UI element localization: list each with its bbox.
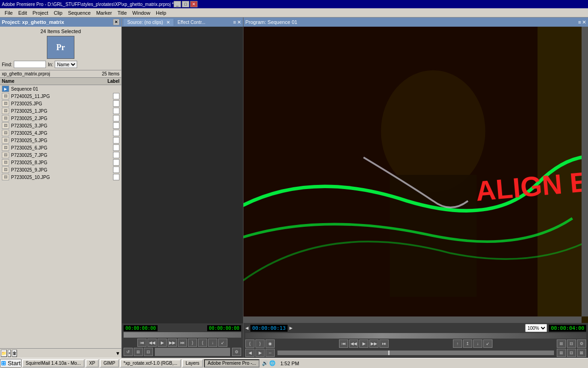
- source-step-back-button[interactable]: ⏮: [137, 339, 147, 347]
- program-scroll-left-icon[interactable]: ◀: [245, 326, 249, 330]
- program-audio-btn3[interactable]: ↔: [266, 349, 275, 357]
- checkbox[interactable]: [113, 137, 119, 144]
- source-volume-slider[interactable]: [155, 348, 230, 356]
- source-panel-close[interactable]: ✕: [237, 19, 241, 25]
- in-select[interactable]: Name: [55, 61, 77, 68]
- start-button[interactable]: ⊞ Start: [0, 359, 22, 368]
- source-output-button[interactable]: ⊟: [144, 348, 153, 356]
- source-step-forward-button[interactable]: ⏭: [178, 339, 187, 347]
- program-settings2-button[interactable]: ⚙: [577, 339, 586, 348]
- maximize-button[interactable]: □: [182, 1, 189, 7]
- source-insert-button[interactable]: ↓: [208, 339, 217, 347]
- program-panel-close[interactable]: ✕: [582, 19, 586, 25]
- source-mark-out-button[interactable]: {: [198, 339, 207, 347]
- program-zoom-select[interactable]: 100%: [525, 324, 547, 332]
- source-scrub-bar[interactable]: [124, 332, 241, 338]
- checkbox[interactable]: [113, 115, 119, 121]
- program-play-button[interactable]: ▶: [359, 339, 368, 348]
- source-timeline-bar[interactable]: [124, 332, 241, 338]
- list-item[interactable]: 🖼 P7230025_4.JPG: [0, 129, 121, 137]
- program-lift-button[interactable]: ↑: [453, 339, 462, 348]
- program-step-back-button[interactable]: ⏮: [339, 339, 348, 348]
- checkbox[interactable]: [113, 159, 119, 166]
- program-mark-clip-button[interactable]: ◉: [266, 339, 275, 348]
- taskbar-xcf[interactable]: *xp_rotate.xcf-1.0 (RGB,...: [120, 359, 181, 368]
- list-item[interactable]: 🖼 P7230025_7.JPG: [0, 151, 121, 159]
- new-bin-button[interactable]: 📁: [1, 350, 7, 357]
- taskbar-xp[interactable]: XP: [85, 359, 99, 368]
- new-item-button[interactable]: +: [8, 350, 11, 357]
- list-item[interactable]: 🖼 P7230025_2.JPG: [0, 115, 121, 122]
- list-item[interactable]: 🖼 P7230025_9.JPG: [0, 166, 121, 173]
- source-tab[interactable]: Source: (no clips) ✕: [124, 19, 174, 26]
- program-scroll-v[interactable]: [582, 27, 588, 316]
- program-btn-extra1[interactable]: ⊞: [557, 349, 566, 357]
- source-tab-close[interactable]: ✕: [166, 20, 170, 25]
- effect-controls-tab[interactable]: Effect Contr...: [174, 19, 209, 26]
- program-mark-in-button[interactable]: {: [245, 339, 254, 348]
- menu-project[interactable]: Project: [30, 9, 51, 17]
- checkbox[interactable]: [113, 100, 119, 107]
- program-output-button[interactable]: ⊞: [557, 339, 566, 348]
- program-extract-button[interactable]: ↥: [463, 339, 472, 348]
- program-btn-extra3[interactable]: ⊠: [577, 349, 586, 357]
- program-rewind-button[interactable]: ◀◀: [349, 339, 358, 348]
- source-forward-button[interactable]: ▶▶: [168, 339, 177, 347]
- menu-marker[interactable]: Marker: [93, 9, 114, 17]
- taskbar-premiere[interactable]: Adobe Premiere Pro -...: [204, 359, 260, 368]
- find-input[interactable]: [14, 61, 46, 68]
- menu-sequence[interactable]: Sequence: [65, 9, 94, 17]
- checkbox[interactable]: [113, 152, 119, 158]
- taskbar-squirrelmail[interactable]: SquirrelMail 1.4.10a - Mo...: [22, 359, 85, 368]
- checkbox[interactable]: [113, 108, 119, 114]
- program-forward-button[interactable]: ▶▶: [369, 339, 379, 348]
- delete-button[interactable]: 🗑: [12, 350, 17, 357]
- list-item[interactable]: 🖼 P7230025_8.JPG: [0, 159, 121, 166]
- list-item[interactable]: 🖼 P7230025_6.JPG: [0, 144, 121, 151]
- program-scroll-right-icon[interactable]: ▶: [289, 326, 293, 330]
- source-mark-in-button[interactable]: }: [188, 339, 197, 347]
- list-item[interactable]: 🖼 P7230025_3.JPG: [0, 122, 121, 129]
- checkbox[interactable]: [113, 144, 119, 151]
- checkbox[interactable]: [113, 93, 119, 99]
- source-loop-button[interactable]: ↺: [124, 348, 133, 356]
- checkbox[interactable]: [113, 122, 119, 129]
- program-volume-slider[interactable]: [277, 351, 554, 355]
- program-scroll-h[interactable]: [243, 316, 582, 323]
- program-step-forward-button[interactable]: ⏭: [379, 339, 389, 348]
- program-current-timecode[interactable]: 00:00:00:13: [250, 325, 288, 332]
- list-item[interactable]: ▶ Sequence 01: [0, 85, 121, 92]
- source-settings-button[interactable]: ⚙: [232, 348, 241, 356]
- program-panel-menu[interactable]: ≡: [578, 19, 581, 25]
- list-item[interactable]: 🖼 P7230025_1.JPG: [0, 107, 121, 115]
- checkbox[interactable]: [113, 130, 119, 136]
- close-button[interactable]: ✕: [190, 1, 198, 7]
- program-audio-btn1[interactable]: ◀: [245, 349, 254, 357]
- program-mark-out-button[interactable]: }: [255, 339, 265, 348]
- checkbox[interactable]: [113, 174, 119, 180]
- source-panel-menu[interactable]: ≡: [233, 19, 236, 25]
- taskbar-layers[interactable]: Layers: [182, 359, 203, 368]
- program-safe-button[interactable]: ⊟: [567, 339, 576, 348]
- program-btn-extra2[interactable]: ⊟: [567, 349, 576, 357]
- project-panel-close[interactable]: ✕: [113, 19, 119, 25]
- menu-clip[interactable]: Clip: [51, 9, 65, 17]
- program-timeline-ruler[interactable]: [245, 333, 586, 339]
- list-item[interactable]: 🖼 P7230025_5.JPG: [0, 137, 121, 144]
- menu-help[interactable]: Help: [153, 9, 169, 17]
- source-rewind-button[interactable]: ◀◀: [147, 339, 157, 347]
- menu-title[interactable]: Title: [115, 9, 130, 17]
- source-overwrite-button[interactable]: ↙: [218, 339, 227, 347]
- list-item[interactable]: 🖼 P7240025_11.JPG: [0, 92, 121, 100]
- minimize-button[interactable]: _: [174, 1, 181, 7]
- list-item[interactable]: 🖼 P7230025_10.JPG: [0, 173, 121, 181]
- list-item[interactable]: 🖼 P7230025.JPG: [0, 100, 121, 107]
- checkbox[interactable]: [113, 167, 119, 173]
- source-safe-button[interactable]: ⊞: [134, 348, 143, 356]
- program-audio-btn2[interactable]: ▶: [255, 349, 265, 357]
- menu-file[interactable]: File: [2, 9, 16, 17]
- program-overwrite-button[interactable]: ↙: [483, 339, 492, 348]
- menu-window[interactable]: Window: [130, 9, 153, 17]
- source-play-button[interactable]: ▶: [158, 339, 167, 347]
- program-insert-button[interactable]: ↓: [473, 339, 482, 348]
